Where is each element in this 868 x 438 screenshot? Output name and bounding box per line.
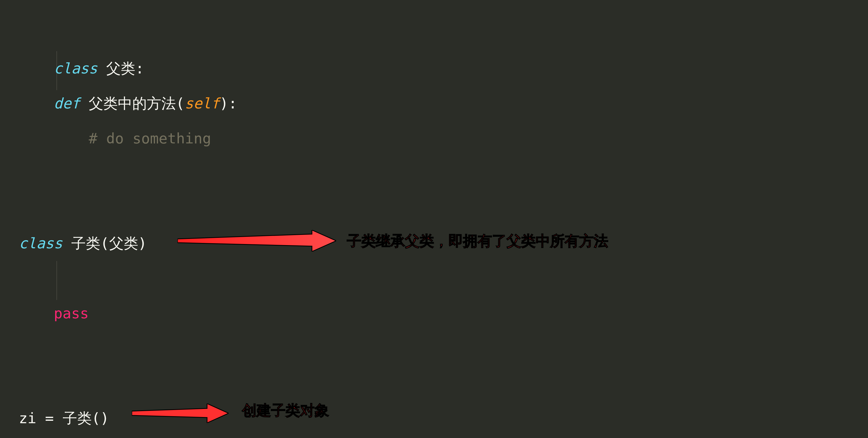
annotation-create: 创建子类对象 <box>242 401 329 420</box>
code-line: # do something <box>19 121 849 156</box>
param-self: self <box>185 95 220 112</box>
keyword-pass: pass <box>54 305 89 322</box>
rparen: ) <box>138 235 147 252</box>
variable: zi <box>19 410 36 427</box>
code-line: pass <box>19 296 849 331</box>
code-line-blank <box>19 436 849 438</box>
code-line-blank <box>19 261 849 296</box>
arrow-icon <box>178 230 336 252</box>
comment: # do something <box>89 130 211 147</box>
code-editor: class 父类: def 父类中的方法(self): # do somethi… <box>0 0 868 438</box>
svg-marker-0 <box>178 230 336 252</box>
code-line: class 父类: <box>19 16 849 51</box>
class-name: 子类 <box>63 235 100 252</box>
code-line-blank <box>19 366 849 401</box>
parent-class: 父类 <box>109 235 138 252</box>
method-name: 父类中的方法 <box>80 95 176 112</box>
lparen: ( <box>100 235 109 252</box>
annotation-inherit: 子类继承父类，即拥有了父类中所有方法 <box>347 231 608 251</box>
code-line-blank <box>19 51 849 86</box>
code-line-blank <box>19 191 849 226</box>
equals: = <box>36 410 63 427</box>
arrow-icon <box>132 404 228 423</box>
lparen: ( <box>176 95 185 112</box>
code-line-blank <box>19 331 849 366</box>
keyword-class: class <box>19 235 63 252</box>
parens: () <box>92 410 109 427</box>
rparen-colon: ): <box>220 95 237 112</box>
keyword-def: def <box>54 95 80 112</box>
svg-marker-1 <box>132 404 228 423</box>
code-line-blank <box>19 156 849 191</box>
code-line: def 父类中的方法(self): <box>19 86 849 121</box>
call-name: 子类 <box>63 410 92 427</box>
